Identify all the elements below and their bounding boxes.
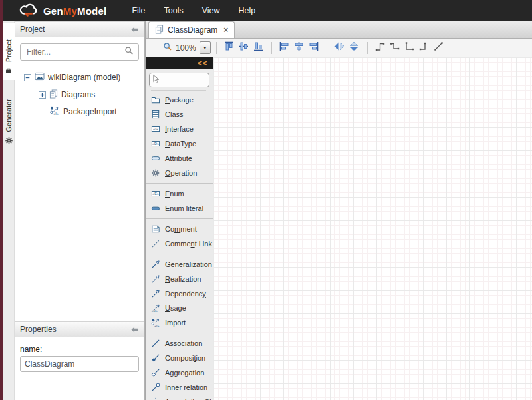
editor-toolbar: 100% ▼ — [146, 39, 532, 57]
palette-group: AssociationCompositionAggregationInner r… — [146, 333, 213, 400]
properties-body: name: — [15, 337, 144, 372]
operation-icon — [150, 168, 160, 178]
selection-tool-button[interactable] — [149, 73, 209, 87]
palette-item-package[interactable]: Package — [146, 93, 213, 107]
menu-item-help[interactable]: Help — [239, 6, 256, 15]
palette-item-import[interactable]: «I»Import — [146, 315, 213, 330]
tree-item-packageimport[interactable]: «I»PackageImport — [24, 103, 144, 120]
palette-collapse-button[interactable]: << — [198, 59, 208, 67]
project-panel-header: Project — [15, 21, 144, 37]
palette-item-association-cl[interactable]: Association Cl... — [146, 395, 213, 400]
toolbar-button-mirror-horizontal[interactable] — [332, 41, 347, 55]
palette-groups: PackageClass«I»Interface«D»DataTypeAttri… — [146, 91, 213, 400]
svg-text:«u»: «u» — [151, 309, 157, 313]
palette-item-operation[interactable]: Operation — [146, 166, 213, 180]
toolbar-button-align-top[interactable] — [222, 41, 237, 55]
toolbar-button-mirror-vertical[interactable] — [347, 41, 362, 55]
tree-item-label: PackageImport — [63, 107, 117, 116]
sidebar-tab-generator[interactable]: Generator — [3, 85, 15, 150]
toolbar-button-route-elbow-1[interactable] — [373, 41, 388, 55]
model-icon — [35, 72, 45, 83]
palette-item-label: Enum literal — [165, 204, 203, 212]
palette-item-aggregation[interactable]: Aggregation — [146, 365, 213, 380]
package-icon — [150, 95, 160, 104]
sidebar-tab-project-label: Project — [5, 39, 13, 62]
route-elbow-4-icon — [418, 41, 430, 55]
interface-icon: «I» — [150, 124, 160, 134]
mirror-horizontal-icon — [334, 41, 345, 55]
filter-input[interactable] — [25, 47, 124, 57]
palette-item-label: Class — [165, 110, 184, 118]
palette-item-comment[interactable]: Comment — [146, 222, 213, 236]
app-logo[interactable]: GenMyModel — [19, 3, 106, 19]
palette-item-label: Import — [165, 319, 186, 327]
tree-item-wikidiagram-model[interactable]: wikiDiagram (model) — [24, 69, 144, 86]
filter-box — [20, 43, 139, 61]
association-icon — [150, 339, 160, 348]
tree-item-label: Diagrams — [61, 90, 95, 99]
svg-text:«D»: «D» — [152, 142, 158, 146]
palette-item-interface[interactable]: «I»Interface — [146, 122, 213, 136]
comment-link-icon — [150, 239, 160, 248]
palette-item-realization[interactable]: Realization — [146, 272, 213, 286]
align-right-icon — [308, 41, 319, 55]
palette-item-comment-link[interactable]: Comment Link — [146, 236, 213, 251]
palette-item-inner-relation[interactable]: Inner relation — [146, 380, 213, 395]
toolbar-button-align-bottom[interactable] — [251, 41, 266, 55]
zoom-control: 100% ▼ — [163, 41, 211, 54]
tab-classdiagram[interactable]: ClassDiagram × — [148, 21, 235, 38]
collapse-arrow-icon[interactable] — [130, 26, 139, 33]
palette-group: PackageClass«I»Interface«D»DataTypeAttri… — [146, 91, 213, 182]
tree-item-diagrams[interactable]: Diagrams — [24, 86, 144, 103]
palette-group: «E»EnumEnum literal — [146, 183, 213, 217]
tree-collapse-icon[interactable] — [24, 74, 31, 81]
zoom-level-value: 100% — [176, 43, 196, 53]
tree-expand-icon[interactable] — [39, 91, 46, 99]
palette-item-attribute[interactable]: Attribute — [146, 151, 213, 166]
palette-item-generalization[interactable]: Generalization — [146, 257, 213, 272]
palette-item-class[interactable]: Class — [146, 107, 213, 122]
palette-item-label: Enum — [165, 190, 184, 198]
toolbar-separator — [327, 42, 327, 54]
import-icon: «I» — [150, 318, 160, 327]
palette-item-composition[interactable]: Composition — [146, 351, 213, 365]
properties-panel-header: Properties — [15, 321, 144, 337]
mirror-vertical-icon — [348, 41, 360, 55]
toolbar-button-align-center[interactable] — [292, 41, 307, 55]
dependency-icon — [150, 289, 160, 298]
diagram-canvas[interactable] — [213, 57, 532, 400]
svg-text:«I»: «I» — [53, 112, 59, 116]
tab-close-icon[interactable]: × — [223, 25, 228, 35]
enum-literal-icon — [150, 204, 160, 213]
toolbar-button-align-left[interactable] — [277, 41, 292, 55]
toolbar-button-align-right[interactable] — [307, 41, 321, 55]
palette-group: CommentComment Link — [146, 218, 213, 252]
palette-header: << — [146, 57, 213, 69]
collapse-arrow-icon[interactable] — [130, 326, 139, 333]
palette-item-association[interactable]: Association — [146, 336, 213, 351]
sidebar-tab-project[interactable]: Project — [3, 23, 15, 80]
menu-item-file[interactable]: File — [132, 6, 145, 15]
palette-item-label: Generalization — [165, 260, 212, 268]
palette-item-datatype[interactable]: «D»DataType — [146, 136, 213, 151]
composition-icon — [150, 353, 160, 363]
toolbar-button-route-elbow-2[interactable] — [388, 41, 402, 55]
route-oblique-icon — [433, 41, 444, 55]
menu-item-view[interactable]: View — [202, 6, 220, 15]
toolbar-button-route-oblique[interactable] — [432, 41, 446, 55]
palette-item-label: Operation — [165, 169, 197, 177]
zoom-dropdown-button[interactable]: ▼ — [200, 41, 211, 54]
name-field-input[interactable] — [20, 356, 139, 372]
palette-item-enum[interactable]: «E»Enum — [146, 186, 213, 201]
svg-text:«I»: «I» — [154, 324, 159, 327]
palette-item-label: Inner relation — [165, 383, 207, 391]
palette-item-usage[interactable]: «u»Usage — [146, 301, 213, 315]
toolbar-button-route-elbow-3[interactable] — [402, 41, 417, 55]
palette-item-enum-literal[interactable]: Enum literal — [146, 201, 213, 216]
palette-item-dependency[interactable]: Dependency — [146, 286, 213, 301]
route-elbow-1-icon — [374, 41, 386, 55]
toolbar-button-route-elbow-4[interactable] — [417, 41, 432, 55]
toolbar-button-align-middle[interactable] — [237, 41, 251, 55]
editor-content: << PackageClass«I»Interface«D»DataTypeAt… — [146, 57, 532, 400]
menu-item-tools[interactable]: Tools — [164, 6, 184, 15]
